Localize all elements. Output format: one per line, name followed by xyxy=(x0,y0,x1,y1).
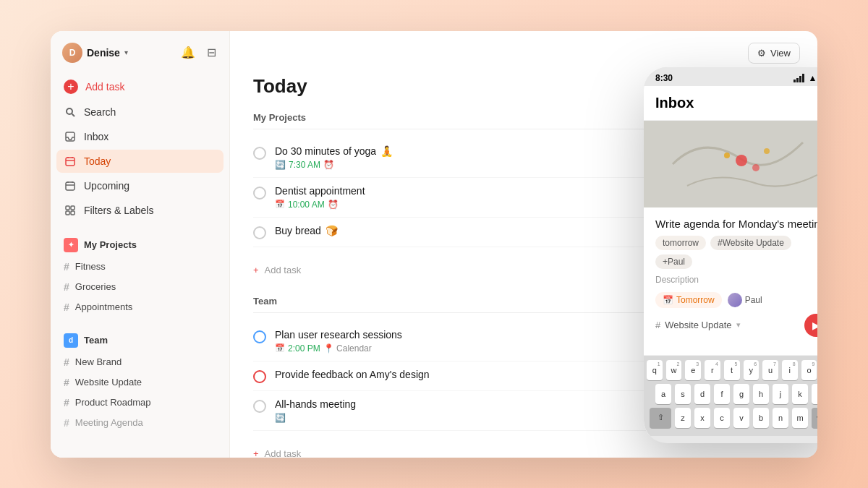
key-u[interactable]: 7u xyxy=(762,360,778,380)
add-task-button[interactable]: + Add task xyxy=(56,74,224,99)
phone-more-icon[interactable]: ⋮ xyxy=(814,95,817,111)
task-time: 📅 10:00 AM ⏰ xyxy=(275,200,339,210)
key-a[interactable]: a xyxy=(655,384,671,404)
key-s[interactable]: s xyxy=(675,384,691,404)
phone-send-button[interactable]: ▶ xyxy=(804,314,817,337)
phone-status-bar: 8:30 ▲ ▐ xyxy=(644,67,817,86)
key-h[interactable]: h xyxy=(753,384,769,404)
task-checkbox[interactable] xyxy=(253,147,266,160)
task-time: 🔄 7:30 AM ⏰ xyxy=(275,160,334,170)
sidebar-item-search[interactable]: Search xyxy=(56,100,224,124)
inbox-icon xyxy=(64,130,77,143)
key-m[interactable]: m xyxy=(792,408,808,428)
sidebar-item-meeting-agenda[interactable]: # Meeting Agenda xyxy=(56,413,224,433)
team-section-header[interactable]: d Team xyxy=(56,329,224,352)
phone-task-card: Write agenda for Monday's meeting tomorr… xyxy=(644,207,817,356)
today-label: Today xyxy=(84,155,111,167)
key-f[interactable]: f xyxy=(714,384,730,404)
key-d[interactable]: d xyxy=(694,384,710,404)
task-checkbox[interactable] xyxy=(253,400,266,413)
add-task-plus-icon: + xyxy=(64,80,78,94)
avatar: D xyxy=(62,43,82,63)
sidebar-item-appointments[interactable]: # Appointments xyxy=(56,297,224,317)
sidebar-item-filters[interactable]: Filters & Labels xyxy=(56,199,224,222)
search-icon xyxy=(64,106,77,119)
add-task-team-button[interactable]: + Add task xyxy=(253,442,794,458)
svg-point-0 xyxy=(67,108,72,114)
phone-tag-website-update: #Website Update xyxy=(710,236,791,250)
team-icon: d xyxy=(64,333,78,348)
key-n[interactable]: n xyxy=(773,408,788,428)
key-backspace[interactable]: ⌫ xyxy=(812,408,817,428)
sidebar-item-product-roadmap[interactable]: # Product Roadmap xyxy=(56,393,224,413)
sidebar-item-upcoming[interactable]: Upcoming xyxy=(56,174,224,197)
phone-tags: tomorrow #Website Update +Paul xyxy=(655,236,817,269)
search-label: Search xyxy=(84,106,116,118)
phone-project-row: # Website Update ▾ ▶ xyxy=(655,314,817,337)
sidebar-item-new-brand[interactable]: # New Brand xyxy=(56,352,224,372)
key-x[interactable]: x xyxy=(694,408,710,428)
view-button-label: View xyxy=(770,48,791,59)
key-w[interactable]: 2w xyxy=(666,360,682,380)
upcoming-label: Upcoming xyxy=(84,180,129,192)
user-info[interactable]: D Denise ▾ xyxy=(62,43,128,63)
svg-rect-3 xyxy=(66,158,75,166)
key-g[interactable]: g xyxy=(733,384,749,404)
sidebar-item-today[interactable]: Today xyxy=(56,150,224,173)
calendar-label: 📍 Calendar xyxy=(323,343,372,354)
layout-toggle-icon[interactable]: ⊟ xyxy=(205,44,218,61)
my-projects-icon: ✦ xyxy=(64,238,78,252)
sidebar-item-website-update[interactable]: # Website Update xyxy=(56,372,224,393)
add-task-label: Add task xyxy=(85,81,124,93)
key-z[interactable]: z xyxy=(675,408,691,428)
svg-rect-14 xyxy=(71,211,75,215)
key-k[interactable]: k xyxy=(792,384,808,404)
key-r[interactable]: 4r xyxy=(705,360,720,380)
inbox-label: Inbox xyxy=(84,131,109,142)
svg-rect-7 xyxy=(66,182,75,190)
task-checkbox[interactable] xyxy=(253,330,266,343)
phone-header: Inbox ⋮ xyxy=(644,86,817,121)
phone-map xyxy=(644,121,817,207)
svg-rect-11 xyxy=(66,206,69,210)
refresh-icon: 🔄 xyxy=(275,160,286,170)
key-e[interactable]: 3e xyxy=(685,360,701,380)
alarm-icon: ⏰ xyxy=(323,160,334,170)
task-checkbox[interactable] xyxy=(253,187,266,200)
hash-icon: # xyxy=(64,301,69,313)
key-j[interactable]: j xyxy=(773,384,788,404)
key-q[interactable]: 1q xyxy=(647,360,663,380)
key-t[interactable]: 5t xyxy=(724,360,740,380)
calendar-icon: 📅 xyxy=(275,343,285,353)
hash-icon: # xyxy=(64,281,69,293)
key-c[interactable]: c xyxy=(714,408,730,428)
key-shift[interactable]: ⇧ xyxy=(650,408,671,428)
new-brand-label: New Brand xyxy=(75,356,122,367)
key-y[interactable]: 6y xyxy=(744,360,760,380)
phone-overlay: 8:30 ▲ ▐ Inbox ⋮ xyxy=(644,67,817,443)
hash-icon: # xyxy=(64,356,69,368)
chevron-down-icon: ▾ xyxy=(736,320,741,330)
task-checkbox[interactable] xyxy=(253,370,266,383)
phone-inbox-title: Inbox xyxy=(655,95,694,111)
key-v[interactable]: v xyxy=(733,408,749,428)
key-b[interactable]: b xyxy=(753,408,769,428)
svg-point-16 xyxy=(736,155,747,166)
key-l[interactable]: l xyxy=(812,384,817,404)
view-button[interactable]: ⚙ View xyxy=(748,43,800,64)
wifi-icon: ▲ xyxy=(809,73,817,83)
sidebar-item-groceries[interactable]: # Groceries xyxy=(56,277,224,297)
signal-bars-icon xyxy=(793,74,804,82)
notification-bell-icon[interactable]: 🔔 xyxy=(179,44,197,61)
app-window: D Denise ▾ 🔔 ⊟ + Add task xyxy=(51,31,817,458)
header-icons: 🔔 ⊟ xyxy=(179,44,218,61)
phone-due-chip[interactable]: 📅 Tomorrow xyxy=(655,292,722,308)
filters-label: Filters & Labels xyxy=(84,205,153,216)
sidebar-item-fitness[interactable]: # Fitness xyxy=(56,257,224,277)
key-o[interactable]: 9o xyxy=(801,360,817,380)
svg-rect-12 xyxy=(71,206,75,210)
task-checkbox[interactable] xyxy=(253,226,266,239)
key-i[interactable]: 8i xyxy=(782,360,798,380)
my-projects-section-header[interactable]: ✦ My Projects xyxy=(56,234,224,257)
sidebar-item-inbox[interactable]: Inbox xyxy=(56,125,224,148)
